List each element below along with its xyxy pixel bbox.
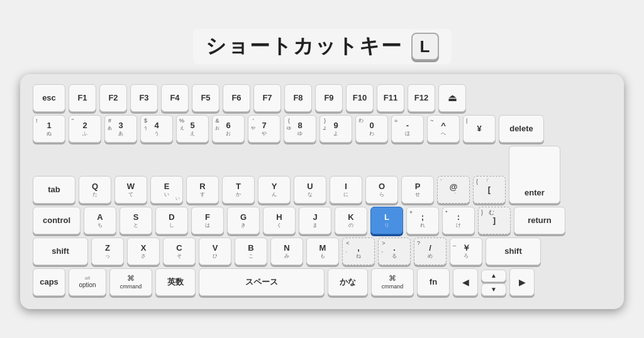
key-shift-left[interactable]: shift (33, 237, 88, 265)
key-f6[interactable]: F6 (223, 84, 250, 112)
key-f2[interactable]: F2 (99, 84, 127, 112)
key-f12[interactable]: F12 (408, 84, 435, 112)
key-3[interactable]: #あ3あ (104, 115, 137, 143)
key-at[interactable]: `@゛ (437, 176, 470, 204)
key-y[interactable]: Yん (258, 176, 291, 204)
key-backslash[interactable]: _￥ろ (450, 237, 482, 265)
keyboard: esc F1 F2 F3 F4 F5 F6 F7 F8 F9 F10 F11 F… (20, 74, 624, 309)
key-6[interactable]: &お6お (212, 115, 245, 143)
title-area: ショートカットキー L (193, 29, 452, 64)
key-f1[interactable]: F1 (69, 84, 96, 112)
key-shift-right[interactable]: shift (486, 237, 541, 265)
key-z[interactable]: Zっ (91, 237, 124, 265)
qwerty-row: tab Qた Wて Eいい Rす Tか Yん Uな Iに Oら Pせ `@゛ {… (33, 146, 611, 204)
key-t[interactable]: Tか (222, 176, 255, 204)
num-row: !1ぬ "2ふ #あ3あ $う4う %え5え &お6お 'や7や (ゆ8ゆ )よ… (33, 115, 611, 143)
key-f5[interactable]: F5 (192, 84, 219, 112)
key-kana[interactable]: かな (328, 268, 368, 296)
key-fn[interactable]: fn (417, 268, 450, 296)
key-option[interactable]: alt option (69, 268, 106, 296)
key-f8[interactable]: F8 (284, 84, 312, 112)
key-5[interactable]: %え5え (176, 115, 209, 143)
key-f3[interactable]: F3 (130, 84, 158, 112)
key-cmd-left[interactable]: ⌘ cmmand (109, 268, 152, 296)
key-control[interactable]: control (33, 207, 80, 234)
key-h[interactable]: Hく (263, 207, 296, 234)
key-d[interactable]: Dし (155, 207, 188, 234)
key-period[interactable]: >。.る (378, 237, 411, 265)
key-2[interactable]: "2ふ (69, 115, 101, 143)
key-o[interactable]: Oら (365, 176, 398, 204)
key-arrow-left[interactable]: ◀ (453, 268, 478, 296)
key-cmd-right[interactable]: ⌘ cmmand (371, 268, 414, 296)
page-title: ショートカットキー (206, 33, 402, 60)
key-e[interactable]: Eいい (150, 176, 183, 204)
key-m[interactable]: Mも (306, 237, 339, 265)
key-r[interactable]: Rす (186, 176, 219, 204)
bottom-row: caps alt option ⌘ cmmand 英数 スペース かな ⌘ cm… (33, 268, 611, 296)
key-yen[interactable]: |¥ (463, 115, 496, 143)
key-v[interactable]: Vひ (199, 237, 231, 265)
key-j[interactable]: Jま (299, 207, 331, 234)
key-eisu[interactable]: 英数 (155, 268, 196, 296)
key-f11[interactable]: F11 (377, 84, 404, 112)
key-1[interactable]: !1ぬ (33, 115, 65, 143)
key-u[interactable]: Uな (294, 176, 326, 204)
key-9[interactable]: )よ9よ (319, 115, 352, 143)
key-n[interactable]: Nみ (270, 237, 303, 265)
key-i[interactable]: Iに (330, 176, 362, 204)
key-c[interactable]: Cそ (163, 237, 196, 265)
key-7[interactable]: 'や7や (248, 115, 280, 143)
key-comma[interactable]: <、,ね (342, 237, 375, 265)
key-tab[interactable]: tab (33, 176, 75, 204)
key-delete[interactable]: delete (499, 115, 544, 143)
arrow-up-down-group: ▲ ▼ (481, 270, 506, 296)
key-eject[interactable]: ⏏ (438, 84, 466, 112)
key-space[interactable]: スペース (199, 268, 325, 296)
key-f7[interactable]: F7 (253, 84, 281, 112)
key-arrow-right[interactable]: ▶ (509, 268, 535, 296)
key-s[interactable]: Sと (119, 207, 152, 234)
shift-row: shift Zっ Xさ Cそ Vひ Bこ Nみ Mも <、,ね >。.る ?/め… (33, 237, 611, 265)
key-slash[interactable]: ?/め (414, 237, 447, 265)
key-f9[interactable]: F9 (315, 84, 343, 112)
key-return[interactable]: return (514, 207, 565, 234)
key-semicolon[interactable]: +;れ (406, 207, 439, 234)
key-arrow-down[interactable]: ▼ (481, 283, 506, 296)
key-colon[interactable]: *:け (442, 207, 475, 234)
key-minus[interactable]: =-ほ (391, 115, 424, 143)
key-a[interactable]: Aち (84, 207, 116, 234)
key-enter[interactable]: enter (509, 146, 560, 204)
key-0[interactable]: わ0わ (355, 115, 388, 143)
key-caps[interactable]: caps (33, 268, 65, 296)
key-p[interactable]: Pせ (401, 176, 434, 204)
key-f10[interactable]: F10 (346, 84, 374, 112)
key-g[interactable]: Gき (227, 207, 260, 234)
key-bracket-close[interactable]: } む] (478, 207, 511, 234)
key-x[interactable]: Xさ (127, 237, 160, 265)
fn-row: esc F1 F2 F3 F4 F5 F6 F7 F8 F9 F10 F11 F… (33, 84, 611, 112)
key-4[interactable]: $う4う (140, 115, 173, 143)
key-w[interactable]: Wて (114, 176, 147, 204)
asdf-row: control Aち Sと Dし Fは Gき Hく Jま Kの Lり +;れ *… (33, 207, 611, 234)
key-q[interactable]: Qた (79, 176, 111, 204)
key-f4[interactable]: F4 (161, 84, 189, 112)
highlight-key-badge: L (411, 33, 439, 60)
key-arrow-up[interactable]: ▲ (481, 270, 506, 282)
key-esc[interactable]: esc (33, 84, 65, 112)
key-caret[interactable]: ~^へ (427, 115, 460, 143)
key-b[interactable]: Bこ (235, 237, 267, 265)
key-8[interactable]: (ゆ8ゆ (284, 115, 316, 143)
key-l[interactable]: Lり (370, 207, 403, 234)
key-f[interactable]: Fは (191, 207, 224, 234)
key-bracket-open[interactable]: { 「[ (473, 176, 506, 204)
key-k[interactable]: Kの (335, 207, 367, 234)
